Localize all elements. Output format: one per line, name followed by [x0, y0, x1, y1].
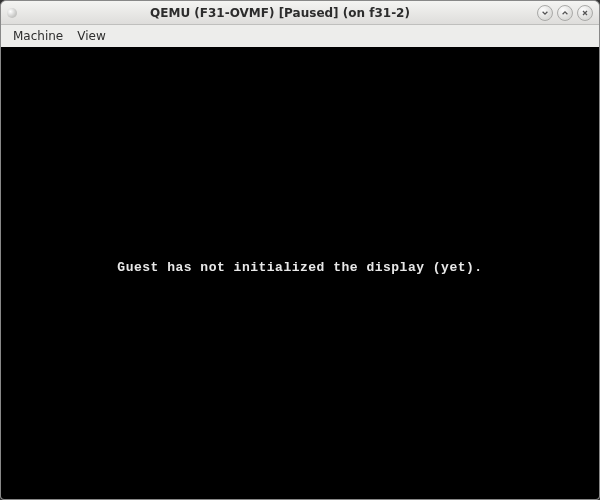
qemu-window: QEMU (F31-OVMF) [Paused] (on f31-2) Mach…	[0, 0, 600, 500]
menu-view[interactable]: View	[71, 27, 111, 45]
menu-machine[interactable]: Machine	[7, 27, 69, 45]
close-icon	[581, 9, 589, 17]
window-controls	[537, 5, 593, 21]
app-icon	[7, 8, 17, 18]
menubar: Machine View	[1, 25, 599, 47]
guest-status-text: Guest has not initialized the display (y…	[117, 260, 482, 275]
close-button[interactable]	[577, 5, 593, 21]
chevron-up-icon	[561, 9, 569, 17]
guest-display[interactable]: Guest has not initialized the display (y…	[1, 47, 599, 499]
minimize-button[interactable]	[537, 5, 553, 21]
window-title: QEMU (F31-OVMF) [Paused] (on f31-2)	[23, 6, 537, 20]
chevron-down-icon	[541, 9, 549, 17]
maximize-button[interactable]	[557, 5, 573, 21]
titlebar[interactable]: QEMU (F31-OVMF) [Paused] (on f31-2)	[1, 1, 599, 25]
